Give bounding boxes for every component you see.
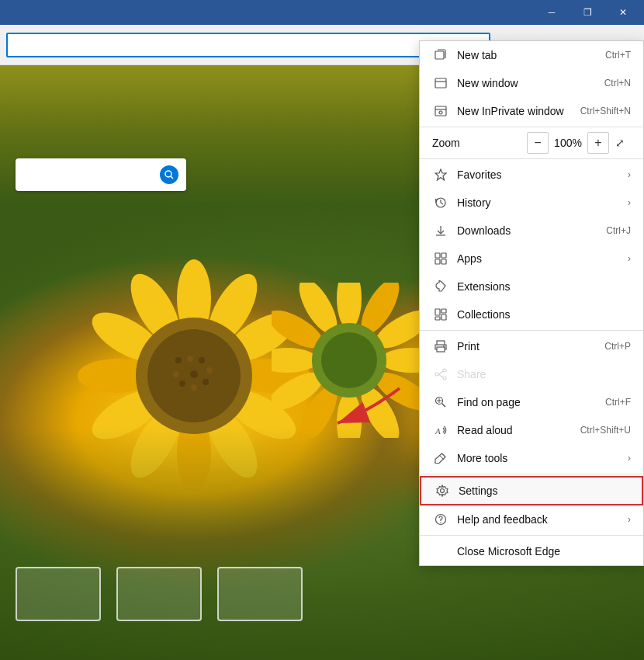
svg-point-75 — [441, 489, 445, 493]
help-arrow: › — [628, 514, 631, 525]
collections-label: Collections — [457, 308, 631, 321]
close-button[interactable]: ✕ — [605, 0, 641, 25]
menu-item-settings[interactable]: Settings — [420, 476, 643, 505]
svg-rect-44 — [435, 78, 446, 88]
zoom-increase-button[interactable]: + — [587, 132, 609, 154]
favorites-arrow: › — [628, 169, 631, 180]
more-tools-icon — [432, 450, 449, 467]
new-tab-shortcut: Ctrl+T — [605, 50, 631, 61]
menu-item-help[interactable]: Help and feedback › — [420, 505, 643, 533]
divider-1 — [420, 127, 643, 127]
new-window-shortcut: Ctrl+N — [604, 78, 631, 89]
menu-item-print[interactable]: Print Ctrl+P — [420, 332, 643, 360]
apps-icon — [432, 250, 449, 267]
extensions-label: Extensions — [457, 280, 631, 293]
minimize-button[interactable]: ─ — [534, 0, 570, 25]
inprivate-icon — [432, 102, 449, 120]
settings-label: Settings — [459, 485, 629, 497]
print-icon — [432, 338, 449, 355]
divider-5 — [420, 535, 643, 536]
sunflower-2 — [272, 283, 427, 441]
divider-2 — [420, 158, 643, 159]
svg-point-22 — [203, 379, 209, 385]
new-tab-label: New tab — [457, 49, 597, 61]
zoom-fullscreen-button[interactable]: ⤢ — [609, 132, 631, 154]
address-bar[interactable] — [6, 33, 490, 57]
find-label: Find on page — [457, 396, 597, 408]
close-edge-label: Close Microsoft Edge — [457, 545, 631, 558]
menu-item-new-window[interactable]: New window Ctrl+N — [420, 69, 643, 97]
search-icon[interactable] — [160, 165, 178, 184]
find-icon — [432, 394, 449, 411]
read-aloud-icon: A — [432, 422, 449, 439]
menu-item-downloads[interactable]: Downloads Ctrl+J — [420, 217, 643, 245]
svg-rect-62 — [437, 347, 445, 352]
favorites-label: Favorites — [457, 168, 621, 181]
downloads-label: Downloads — [457, 224, 598, 237]
thumbnail-1[interactable] — [16, 567, 101, 621]
menu-item-read-aloud[interactable]: A Read aloud Ctrl+Shift+U — [420, 416, 643, 444]
svg-line-68 — [438, 374, 443, 377]
downloads-icon — [432, 222, 449, 239]
thumbnail-2[interactable] — [116, 567, 202, 621]
restore-button[interactable]: ❐ — [570, 0, 605, 25]
new-tab-icon — [432, 47, 449, 64]
svg-text:A: A — [435, 426, 441, 436]
svg-point-24 — [179, 380, 185, 387]
history-arrow: › — [628, 197, 631, 208]
menu-item-new-tab[interactable]: New tab Ctrl+T — [420, 41, 643, 69]
svg-point-19 — [187, 356, 193, 362]
apps-label: Apps — [457, 252, 621, 265]
thumbnails-row — [16, 567, 303, 621]
svg-marker-49 — [435, 169, 446, 180]
read-aloud-shortcut: Ctrl+Shift+U — [580, 425, 631, 436]
menu-item-find[interactable]: Find on page Ctrl+F — [420, 388, 643, 416]
svg-point-41 — [165, 171, 171, 177]
menu-item-extensions[interactable]: Extensions — [420, 273, 643, 300]
thumbnail-3[interactable] — [217, 567, 303, 621]
zoom-label: Zoom — [432, 137, 527, 149]
print-shortcut: Ctrl+P — [604, 341, 631, 352]
svg-point-63 — [443, 346, 445, 347]
title-bar: ─ ❐ ✕ — [0, 0, 644, 25]
menu-item-apps[interactable]: Apps › — [420, 245, 643, 273]
svg-point-25 — [173, 371, 179, 377]
svg-rect-56 — [441, 259, 446, 264]
history-icon — [432, 194, 449, 211]
menu-item-history[interactable]: History › — [420, 189, 643, 217]
svg-line-42 — [171, 176, 173, 179]
svg-point-64 — [443, 369, 446, 372]
collections-menu-icon — [432, 306, 449, 323]
search-box[interactable] — [16, 158, 186, 191]
svg-point-18 — [175, 357, 182, 363]
menu-item-collections[interactable]: Collections — [420, 300, 643, 328]
menu-item-close-edge[interactable]: Close Microsoft Edge — [420, 537, 643, 565]
svg-point-40 — [321, 332, 377, 388]
inprivate-shortcut: Ctrl+Shift+N — [580, 106, 631, 116]
dropdown-menu: New tab Ctrl+T New window Ctrl+N New InP… — [419, 40, 644, 566]
svg-rect-54 — [441, 253, 446, 258]
read-aloud-label: Read aloud — [457, 424, 573, 436]
divider-4 — [420, 474, 643, 474]
history-label: History — [457, 196, 621, 209]
svg-line-74 — [439, 455, 444, 460]
menu-item-inprivate[interactable]: New InPrivate window Ctrl+Shift+N — [420, 97, 643, 125]
svg-point-21 — [206, 367, 213, 373]
svg-point-48 — [439, 111, 442, 114]
svg-point-26 — [190, 370, 198, 378]
find-shortcut: Ctrl+F — [605, 397, 631, 408]
help-icon — [432, 511, 449, 528]
svg-rect-58 — [441, 309, 446, 313]
close-edge-icon — [432, 543, 449, 560]
help-label: Help and feedback — [457, 513, 621, 526]
svg-point-20 — [199, 357, 205, 363]
svg-rect-59 — [441, 314, 446, 320]
zoom-decrease-button[interactable]: − — [527, 132, 549, 154]
divider-3 — [420, 330, 643, 331]
svg-rect-61 — [437, 341, 445, 345]
menu-item-more-tools[interactable]: More tools › — [420, 444, 643, 472]
extensions-icon — [432, 278, 449, 295]
menu-item-favorites[interactable]: Favorites › — [420, 161, 643, 189]
new-window-icon — [432, 75, 449, 92]
svg-point-27 — [337, 283, 362, 329]
